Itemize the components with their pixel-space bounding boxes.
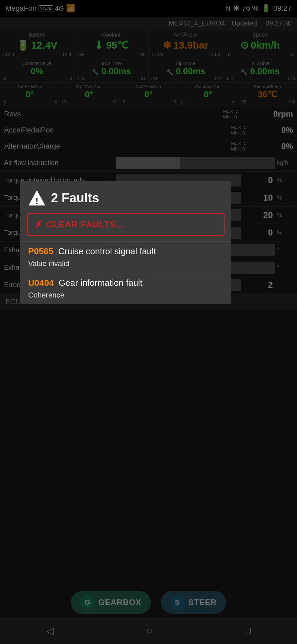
fault-header: ! 2 Faults [20,181,231,212]
fault-desc-1: Gear information fault [59,278,142,288]
fault-sub-1: Coherence [20,289,231,304]
fault-code-1: U0404 [28,278,54,288]
fault-title: 2 Faults [51,191,99,205]
svg-text:!: ! [36,196,39,206]
clear-faults-label: CLEAR FAULTS... [46,219,124,230]
fault-item-0[interactable]: P0565 Cruise control signal fault [20,241,231,258]
warning-icon: ! [28,189,46,207]
clear-faults-x-icon: ✗ [35,219,42,230]
clear-faults-button[interactable]: ✗ CLEAR FAULTS... [27,213,225,236]
fault-desc-0: Cruise control signal fault [58,246,156,256]
fault-item-1[interactable]: U0404 Gear information fault [20,273,231,289]
fault-modal: ! 2 Faults ✗ CLEAR FAULTS... P0565 Cruis… [20,181,231,304]
fault-code-0: P0565 [28,246,53,256]
modal-overlay [0,0,297,644]
fault-sub-0: Value invalid [20,258,231,273]
